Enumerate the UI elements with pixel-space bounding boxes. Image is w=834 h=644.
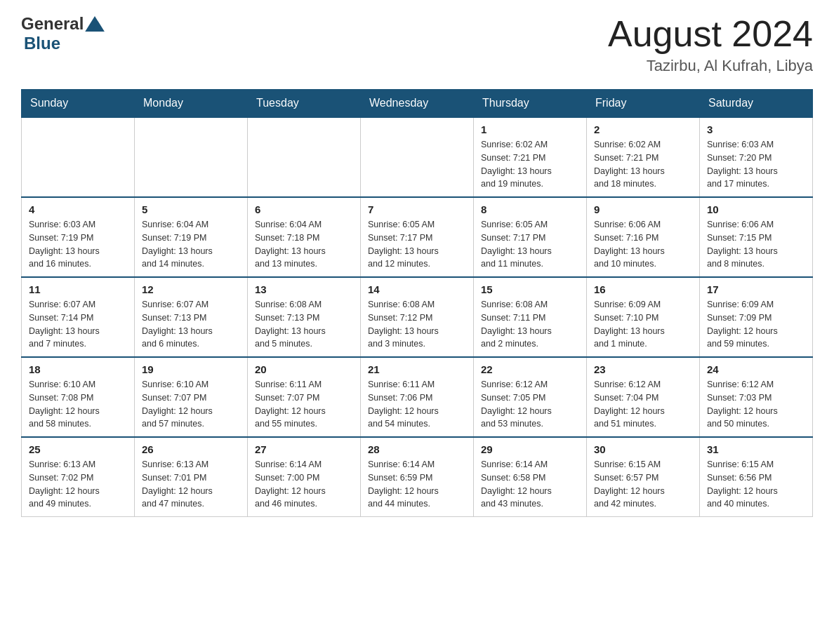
page-header: General Blue August 2024 Tazirbu, Al Kuf…: [21, 14, 813, 75]
day-number: 25: [29, 443, 127, 455]
calendar-cell: 25Sunrise: 6:13 AMSunset: 7:02 PMDayligh…: [22, 437, 135, 517]
day-info-text: Sunset: 7:15 PM: [707, 232, 805, 245]
day-info-text: Sunset: 7:03 PM: [707, 391, 805, 405]
day-info-text: and 2 minutes.: [481, 337, 579, 351]
day-number: 14: [368, 283, 466, 295]
day-number: 13: [255, 283, 353, 295]
day-info-text: and 54 minutes.: [368, 417, 466, 431]
weekday-header-friday: Friday: [587, 90, 700, 118]
day-info-text: Daylight: 12 hours: [142, 405, 240, 418]
day-info-text: and 11 minutes.: [481, 257, 579, 271]
day-info-text: Sunrise: 6:08 AM: [255, 298, 353, 311]
calendar-cell: 21Sunrise: 6:11 AMSunset: 7:06 PMDayligh…: [361, 357, 474, 437]
calendar-cell: 31Sunrise: 6:15 AMSunset: 6:56 PMDayligh…: [700, 437, 813, 517]
day-number: 2: [594, 123, 692, 135]
day-info-text: Daylight: 13 hours: [29, 245, 127, 258]
day-info-text: Daylight: 13 hours: [368, 325, 466, 338]
day-info-text: Sunrise: 6:08 AM: [481, 298, 579, 311]
day-number: 18: [29, 363, 127, 375]
day-info-text: and 5 minutes.: [255, 337, 353, 351]
day-info-text: Daylight: 12 hours: [481, 405, 579, 418]
day-info-text: Sunrise: 6:14 AM: [255, 458, 353, 471]
day-info-text: Sunset: 7:19 PM: [29, 232, 127, 245]
day-info-text: Daylight: 12 hours: [29, 405, 127, 418]
calendar-cell: 13Sunrise: 6:08 AMSunset: 7:13 PMDayligh…: [248, 277, 361, 357]
day-info-text: Sunset: 6:59 PM: [368, 471, 466, 485]
logo-general-text: General: [21, 14, 84, 34]
weekday-header-thursday: Thursday: [474, 90, 587, 118]
weekday-header-sunday: Sunday: [22, 90, 135, 118]
calendar-week-row: 11Sunrise: 6:07 AMSunset: 7:14 PMDayligh…: [22, 277, 813, 357]
day-info-text: Sunset: 6:58 PM: [481, 471, 579, 485]
day-info-text: and 46 minutes.: [255, 497, 353, 511]
calendar-cell: 24Sunrise: 6:12 AMSunset: 7:03 PMDayligh…: [700, 357, 813, 437]
day-info-text: Sunset: 6:56 PM: [707, 471, 805, 485]
day-info-text: Sunrise: 6:06 AM: [594, 218, 692, 232]
day-info-text: Daylight: 12 hours: [29, 485, 127, 498]
day-info-text: Daylight: 12 hours: [255, 405, 353, 418]
day-info-text: and 12 minutes.: [368, 257, 466, 271]
day-info-text: and 7 minutes.: [29, 337, 127, 351]
day-number: 12: [142, 283, 240, 295]
day-info-text: Sunset: 7:19 PM: [142, 232, 240, 245]
day-info-text: Sunset: 7:21 PM: [481, 152, 579, 165]
day-info-text: Daylight: 13 hours: [707, 165, 805, 178]
day-info-text: Sunset: 7:00 PM: [255, 471, 353, 485]
calendar-cell: 26Sunrise: 6:13 AMSunset: 7:01 PMDayligh…: [135, 437, 248, 517]
day-number: 4: [29, 203, 127, 215]
calendar-cell: [135, 117, 248, 197]
day-info-text: Sunset: 7:17 PM: [481, 232, 579, 245]
day-number: 27: [255, 443, 353, 455]
calendar-cell: 22Sunrise: 6:12 AMSunset: 7:05 PMDayligh…: [474, 357, 587, 437]
calendar-cell: 1Sunrise: 6:02 AMSunset: 7:21 PMDaylight…: [474, 117, 587, 197]
day-info-text: and 50 minutes.: [707, 417, 805, 431]
day-info-text: Sunrise: 6:12 AM: [594, 378, 692, 391]
logo: General Blue: [21, 14, 105, 53]
day-info-text: Sunset: 7:02 PM: [29, 471, 127, 485]
day-info-text: Sunset: 7:09 PM: [707, 311, 805, 325]
day-info-text: and 17 minutes.: [707, 177, 805, 191]
day-info-text: Daylight: 12 hours: [594, 405, 692, 418]
day-info-text: Sunset: 6:57 PM: [594, 471, 692, 485]
calendar-cell: 10Sunrise: 6:06 AMSunset: 7:15 PMDayligh…: [700, 197, 813, 277]
day-info-text: Daylight: 13 hours: [594, 165, 692, 178]
day-number: 15: [481, 283, 579, 295]
day-info-text: and 55 minutes.: [255, 417, 353, 431]
day-info-text: Sunset: 7:17 PM: [368, 232, 466, 245]
day-info-text: Daylight: 13 hours: [142, 325, 240, 338]
day-info-text: Daylight: 13 hours: [255, 325, 353, 338]
day-number: 10: [707, 203, 805, 215]
day-number: 28: [368, 443, 466, 455]
day-info-text: Sunset: 7:16 PM: [594, 232, 692, 245]
day-info-text: Sunrise: 6:11 AM: [368, 378, 466, 391]
day-info-text: Sunrise: 6:15 AM: [707, 458, 805, 471]
day-info-text: Daylight: 12 hours: [255, 485, 353, 498]
day-info-text: and 58 minutes.: [29, 417, 127, 431]
calendar-cell: 11Sunrise: 6:07 AMSunset: 7:14 PMDayligh…: [22, 277, 135, 357]
calendar-cell: 30Sunrise: 6:15 AMSunset: 6:57 PMDayligh…: [587, 437, 700, 517]
day-info-text: and 57 minutes.: [142, 417, 240, 431]
day-info-text: and 59 minutes.: [707, 337, 805, 351]
title-section: August 2024 Tazirbu, Al Kufrah, Libya: [608, 14, 813, 75]
day-info-text: Sunset: 7:14 PM: [29, 311, 127, 325]
calendar-cell: 9Sunrise: 6:06 AMSunset: 7:16 PMDaylight…: [587, 197, 700, 277]
day-info-text: and 40 minutes.: [707, 497, 805, 511]
day-info-text: and 13 minutes.: [255, 257, 353, 271]
calendar-cell: 5Sunrise: 6:04 AMSunset: 7:19 PMDaylight…: [135, 197, 248, 277]
day-info-text: Sunrise: 6:13 AM: [142, 458, 240, 471]
day-info-text: Sunset: 7:13 PM: [142, 311, 240, 325]
day-info-text: Sunrise: 6:05 AM: [481, 218, 579, 232]
day-number: 8: [481, 203, 579, 215]
calendar-cell: 23Sunrise: 6:12 AMSunset: 7:04 PMDayligh…: [587, 357, 700, 437]
day-info-text: Daylight: 12 hours: [707, 405, 805, 418]
calendar-cell: 20Sunrise: 6:11 AMSunset: 7:07 PMDayligh…: [248, 357, 361, 437]
day-number: 30: [594, 443, 692, 455]
calendar-cell: 3Sunrise: 6:03 AMSunset: 7:20 PMDaylight…: [700, 117, 813, 197]
day-info-text: and 14 minutes.: [142, 257, 240, 271]
day-info-text: Sunrise: 6:03 AM: [707, 138, 805, 152]
day-info-text: Sunrise: 6:15 AM: [594, 458, 692, 471]
day-info-text: and 18 minutes.: [594, 177, 692, 191]
calendar-cell: 14Sunrise: 6:08 AMSunset: 7:12 PMDayligh…: [361, 277, 474, 357]
day-info-text: Sunrise: 6:14 AM: [368, 458, 466, 471]
day-info-text: Daylight: 13 hours: [255, 245, 353, 258]
